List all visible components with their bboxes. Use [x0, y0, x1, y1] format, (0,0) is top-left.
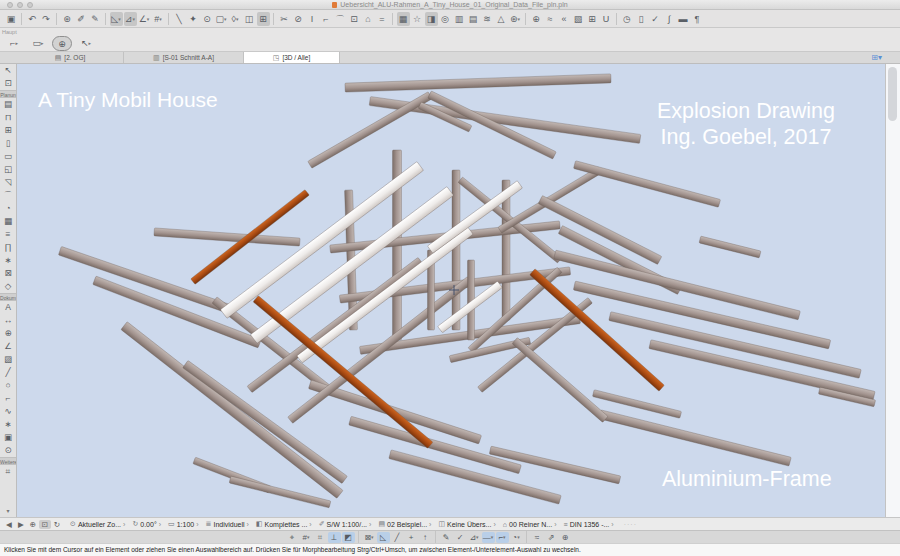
rotate-view-icon[interactable]: ⊙	[201, 12, 214, 26]
hatch-icon[interactable]: ▧	[572, 12, 585, 26]
guide-lines-icon[interactable]: ◺▾	[110, 12, 123, 26]
zoom-preset-dropdown[interactable]: ⊙Aktueller Zo...›	[70, 520, 125, 528]
beam-gray[interactable]	[599, 410, 791, 466]
object-tool[interactable]: ⊠	[0, 267, 16, 280]
save-icon[interactable]: ▣	[5, 12, 18, 26]
layout-icon[interactable]: ▬	[677, 12, 690, 26]
arrow-tool[interactable]: ↖	[0, 64, 16, 77]
library-icon[interactable]: ▤	[467, 12, 480, 26]
orbit-tool-button[interactable]: ⊕	[52, 36, 72, 51]
lamp-tool[interactable]: ∗	[0, 254, 16, 267]
level-dimension-tool[interactable]: ⊕	[0, 327, 16, 340]
dimension-standard-dropdown[interactable]: ≡DIN 1356 -...›	[564, 521, 614, 528]
angle-lock-icon[interactable]: ⌐▾	[496, 532, 509, 543]
beam-gray[interactable]	[345, 74, 611, 92]
check-icon[interactable]: ✓	[454, 532, 467, 543]
table-icon[interactable]: ⊞	[586, 12, 599, 26]
guide-lines-icon[interactable]: ◺	[377, 532, 390, 543]
renovation-filter-dropdown[interactable]: ⌂00 Reiner N...›	[503, 521, 557, 528]
angle-dimension-tool[interactable]: ∠	[0, 340, 16, 353]
resize-icon[interactable]: ⊡	[348, 12, 361, 26]
marquee-tool-button[interactable]: ▭▸	[28, 36, 48, 51]
star-icon[interactable]: ☆	[411, 12, 424, 26]
snap-points-icon[interactable]: ◩	[342, 532, 355, 543]
beam-gray[interactable]	[699, 236, 761, 258]
ghost-story-icon[interactable]: ◎	[439, 12, 452, 26]
inject-parameters-icon[interactable]: ✐	[75, 12, 88, 26]
wall-tool-button[interactable]: ⌐▸	[4, 36, 24, 51]
fill-tool[interactable]: ▨	[0, 353, 16, 366]
pen-set-dropdown[interactable]: ✐S/W 1:100/...›	[319, 520, 372, 528]
snap-grid-icon[interactable]: ⌗	[314, 532, 327, 543]
slope-icon[interactable]: ⊿▾	[468, 532, 481, 543]
image-icon[interactable]: ▥	[453, 12, 466, 26]
relative-coords-icon[interactable]: —▾	[482, 532, 495, 543]
3d-viewport[interactable]: A Tiny Mobil House Explosion Drawing Ing…	[17, 64, 885, 517]
grid-snap-icon[interactable]: #▾	[152, 12, 165, 26]
zoom-button[interactable]	[27, 2, 33, 8]
beam-gray[interactable]	[512, 338, 608, 423]
layer-combination-dropdown[interactable]: ≣Individuell›	[206, 520, 249, 528]
profile-icon[interactable]: ◊▾	[229, 12, 242, 26]
adjust-icon[interactable]: I	[306, 12, 319, 26]
spline-icon[interactable]: ∫	[663, 12, 676, 26]
pen-icon[interactable]: ✎	[440, 532, 453, 543]
cursor-up-icon[interactable]: ↑	[419, 532, 432, 543]
beam-gray[interactable]	[452, 170, 460, 330]
tab-floor-plan[interactable]: ▤[2. OG]	[17, 52, 124, 63]
stair-tool[interactable]: ≡	[0, 228, 16, 241]
origin-icon[interactable]: ⊕	[559, 532, 572, 543]
hotspot-tool[interactable]: ∗	[0, 418, 16, 431]
dimension-tool[interactable]: ↔	[0, 314, 16, 327]
text-tool[interactable]: A	[0, 301, 16, 314]
orientation-dropdown[interactable]: ↻0.00°›	[132, 520, 161, 528]
line-tool[interactable]: ╱	[0, 366, 16, 379]
grid-snap-icon[interactable]: #▾	[300, 532, 313, 543]
equalize-icon[interactable]: ≈	[544, 12, 557, 26]
railing-tool[interactable]: ∏	[0, 241, 16, 254]
wall-extras-icon[interactable]: «	[558, 12, 571, 26]
vertical-scrollbar[interactable]	[885, 64, 900, 517]
circle-tool[interactable]: ○	[0, 379, 16, 392]
undo-icon[interactable]: ↶	[26, 12, 39, 26]
zoom-in-button[interactable]: ⊕	[27, 520, 39, 529]
favorites-icon[interactable]: ▦	[397, 12, 410, 26]
slab-tool[interactable]: ◱	[0, 163, 16, 176]
suspend-groups-icon[interactable]: ⊠▾	[363, 532, 376, 543]
settings-icon[interactable]: ⊛▾	[509, 12, 522, 26]
beam-tool[interactable]: ▭	[0, 150, 16, 163]
scrollbar-thumb[interactable]	[888, 67, 897, 121]
window-tool[interactable]: ⊞	[0, 124, 16, 137]
arrow-tool-button[interactable]: ↖▸	[76, 36, 96, 51]
spline-tool[interactable]: ∿	[0, 405, 16, 418]
crosshair-icon[interactable]: +	[405, 532, 418, 543]
fillet-icon[interactable]: ⌐	[320, 12, 333, 26]
minimize-button[interactable]	[17, 2, 23, 8]
orbit-button[interactable]: ↻	[51, 520, 63, 529]
check-icon[interactable]: ✓	[649, 12, 662, 26]
split-icon[interactable]: ✂	[278, 12, 291, 26]
door-tool[interactable]: ⊓	[0, 111, 16, 124]
trim-icon[interactable]: ⊘	[292, 12, 305, 26]
roof-tool[interactable]: ◹	[0, 176, 16, 189]
more-tool[interactable]: ⌗	[0, 465, 16, 478]
schedule-icon[interactable]: ≋	[481, 12, 494, 26]
wall-tool[interactable]: ▤	[0, 98, 16, 111]
beam-gray[interactable]	[154, 228, 300, 246]
camera-tool[interactable]: ⊙	[0, 444, 16, 457]
link-icon[interactable]: ⊕	[530, 12, 543, 26]
marquee-box-icon[interactable]: ▢▾	[215, 12, 228, 26]
back-button[interactable]: ◀	[3, 520, 15, 529]
snap-reference-icon[interactable]: ⟂	[328, 532, 341, 543]
tab-overview-icon[interactable]: ⊞▾	[871, 53, 882, 62]
column-tool[interactable]: ▯	[0, 137, 16, 150]
guide-segment-icon[interactable]: ╲	[173, 12, 186, 26]
marquee-tool[interactable]: ⊡	[0, 77, 16, 90]
fit-in-window-button[interactable]: ⊡	[39, 520, 51, 529]
gravity-icon[interactable]: ∠▾	[138, 12, 151, 26]
measure-icon[interactable]: ✎	[89, 12, 102, 26]
shell-tool[interactable]: ⌒	[0, 189, 16, 202]
underline-icon[interactable]: U	[600, 12, 613, 26]
close-button[interactable]	[7, 2, 13, 8]
toolbox-scroll-down-icon[interactable]: ▾	[0, 507, 16, 517]
